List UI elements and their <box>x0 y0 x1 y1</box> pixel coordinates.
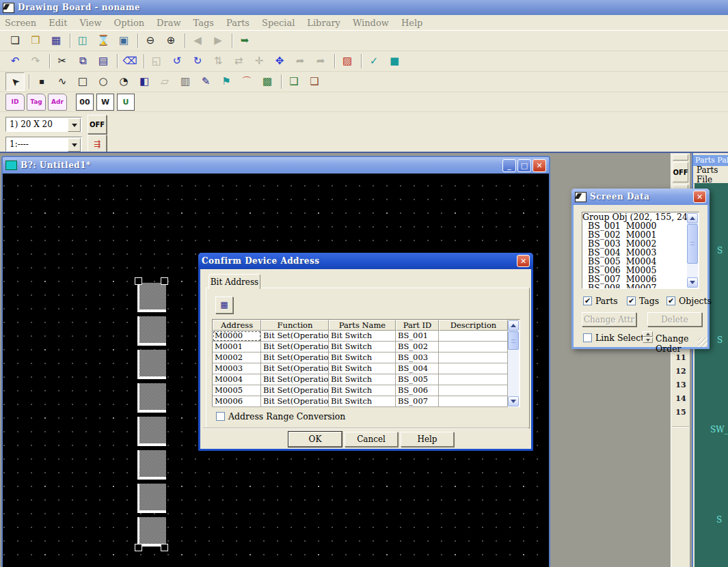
menu-item[interactable]: Special <box>262 18 295 28</box>
zoom-out-button[interactable]: ⊖ <box>141 31 160 50</box>
screen-data-list-item[interactable]: BS_008 M0007 <box>582 284 699 289</box>
ok-button[interactable]: OK <box>288 432 342 447</box>
spin-up-button[interactable] <box>643 331 653 337</box>
address-table-row[interactable]: M0001 Bit Set(Operation ... Bit Switch B… <box>213 342 520 352</box>
cell-part-id[interactable]: BS_004 <box>396 363 439 374</box>
show-tag-button[interactable]: Tag <box>27 94 46 111</box>
cell-function[interactable]: Bit Set(Operation ... <box>261 385 329 396</box>
check-draw-button[interactable]: ✓ <box>364 52 383 70</box>
cell-description[interactable] <box>439 374 508 385</box>
parts-file-button[interactable]: Parts File <box>693 166 728 184</box>
show-under-button[interactable]: U <box>117 94 135 111</box>
cell-parts-name[interactable]: Bit Switch <box>329 363 396 374</box>
exit-button[interactable]: ➥ <box>235 31 254 50</box>
minimize-button[interactable]: _ <box>502 159 516 172</box>
cell-description[interactable] <box>439 385 508 396</box>
cell-part-id[interactable]: BS_007 <box>396 396 439 407</box>
selection-handle[interactable] <box>161 277 168 285</box>
parts-page-number[interactable]: 11 <box>671 352 690 365</box>
cell-address[interactable]: M0006 <box>213 396 261 407</box>
grid-size-combobox[interactable]: 1) 20 X 20 <box>5 117 82 132</box>
cell-parts-name[interactable]: Bit Switch <box>329 352 396 363</box>
cell-address[interactable]: M0005 <box>213 385 261 396</box>
nudge-down-button[interactable]: ➦ <box>311 52 330 70</box>
change-order-spinner[interactable] <box>643 331 653 343</box>
flip-horizontal-button[interactable]: ⇄ <box>229 52 248 70</box>
menu-item[interactable]: Help <box>401 18 423 28</box>
expand-button[interactable]: ✥ <box>270 52 289 70</box>
scroll-down-button[interactable] <box>508 396 519 406</box>
rotate-left-button[interactable]: ↺ <box>167 52 187 70</box>
bit-switch-object[interactable] <box>137 517 166 547</box>
screen-copy-button[interactable]: ◫ <box>73 31 92 50</box>
shrink-button[interactable]: ✛ <box>250 52 269 70</box>
rotate-right-button[interactable]: ↻ <box>188 52 207 70</box>
cell-function[interactable]: Bit Set(Operation ... <box>261 374 329 385</box>
maximize-button[interactable]: □ <box>517 159 531 172</box>
circle-tool-button[interactable]: ○ <box>94 72 113 91</box>
show-window-button[interactable]: W <box>96 94 114 111</box>
address-table-row[interactable]: M0004 Bit Set(Operation ... Bit Switch B… <box>213 374 520 385</box>
menu-item[interactable]: Parts <box>226 18 250 28</box>
align-button[interactable]: ▨ <box>338 52 357 70</box>
col-header-address[interactable]: Address <box>213 320 261 331</box>
scroll-down-button[interactable] <box>687 277 698 288</box>
delete-button[interactable]: Delete <box>647 312 702 327</box>
polyline-tool-button[interactable]: ∿ <box>53 72 72 91</box>
tags-checkbox[interactable] <box>627 296 636 305</box>
show-zeros-button[interactable]: 00 <box>76 94 94 111</box>
tab-bit-address[interactable]: Bit Address <box>208 274 260 289</box>
fill-tool-button[interactable]: ◧ <box>135 72 154 91</box>
nudge-up-button[interactable]: ➦ <box>291 52 310 70</box>
cell-address[interactable]: M0002 <box>213 352 261 363</box>
cell-description[interactable] <box>439 352 508 363</box>
open-button[interactable]: ❒ <box>26 31 45 50</box>
polygon-tool-button[interactable]: ▱ <box>155 72 174 91</box>
cell-parts-name[interactable]: Bit Switch <box>329 342 396 352</box>
cell-function[interactable]: Bit Set(Operation ... <box>261 331 329 342</box>
close-button[interactable]: ✕ <box>517 255 530 267</box>
parts-page-number[interactable]: 13 <box>671 379 690 393</box>
marker-pen-button[interactable]: ✎ <box>196 72 215 91</box>
combo-dropdown-button[interactable] <box>68 118 81 132</box>
paste-button[interactable]: ▤ <box>94 52 113 70</box>
bit-switch-object[interactable] <box>137 450 166 480</box>
menu-item[interactable]: Tags <box>193 18 214 28</box>
device-keypad-button[interactable]: ▦ <box>215 296 233 314</box>
box3d-green-button[interactable]: ❑ <box>284 72 304 91</box>
redo-button[interactable]: ↷ <box>26 52 45 70</box>
flip-vertical-button[interactable]: ⇅ <box>208 52 228 70</box>
scrollbar-thumb[interactable] <box>508 331 519 350</box>
parts-page-number[interactable]: 12 <box>671 365 690 379</box>
new-button[interactable]: ❏ <box>5 31 25 50</box>
resize-grip[interactable] <box>698 337 707 347</box>
cancel-button[interactable]: Cancel <box>345 432 398 447</box>
parts-checkbox[interactable] <box>583 296 592 305</box>
back-button[interactable]: ◀ <box>188 31 207 50</box>
save-button[interactable]: ▦ <box>46 31 66 50</box>
scrollbar-thumb[interactable] <box>687 224 698 264</box>
selection-handle[interactable] <box>135 544 142 551</box>
address-table-row[interactable]: M0000 Bit Set(Operation ... Bit Switch B… <box>213 331 520 342</box>
zoom-in-button[interactable]: ⊕ <box>161 31 180 50</box>
help-button[interactable]: Help <box>401 432 454 447</box>
menu-item[interactable]: Screen <box>5 18 36 28</box>
menu-item[interactable]: Option <box>114 18 145 28</box>
spin-down-button[interactable] <box>643 337 653 343</box>
selection-handle[interactable] <box>161 544 168 551</box>
cell-function[interactable]: Bit Set(Operation ... <box>261 352 329 363</box>
cell-function[interactable]: Bit Set(Operation ... <box>261 363 329 374</box>
cell-description[interactable] <box>439 342 508 352</box>
cell-part-id[interactable]: BS_005 <box>396 374 439 385</box>
address-table-row[interactable]: M0003 Bit Set(Operation ... Bit Switch B… <box>213 363 520 374</box>
forward-button[interactable]: ▶ <box>208 31 228 50</box>
bit-switch-object[interactable] <box>137 484 166 513</box>
duplicate-button[interactable]: ◱ <box>147 52 166 70</box>
address-table-row[interactable]: M0006 Bit Set(Operation ... Bit Switch B… <box>213 396 520 407</box>
drawing-window-titlebar[interactable]: B?: Untitled1* _ □ ✕ <box>3 157 549 174</box>
cell-part-id[interactable]: BS_006 <box>396 385 439 396</box>
col-header-description[interactable]: Description <box>439 320 508 331</box>
show-id-button[interactable]: ID <box>5 94 25 111</box>
change-attr-button[interactable]: Change Attr <box>582 312 636 327</box>
cell-address[interactable]: M0000 <box>213 331 261 342</box>
